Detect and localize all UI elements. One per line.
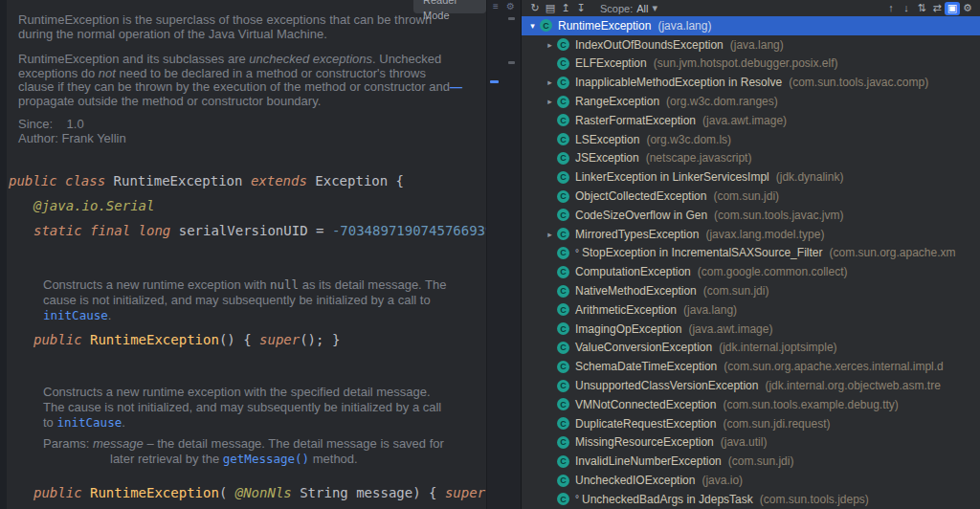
class-name: UnsupportedClassVersionException	[575, 379, 758, 392]
editor-content[interactable]: RuntimeException is the superclass of th…	[7, 0, 486, 509]
editor-settings-gear-icon[interactable]: ⚙	[506, 1, 515, 11]
tree-row[interactable]: CMissingResourceException(java.util)	[522, 433, 980, 453]
tree-row[interactable]: CLinkerException in LinkerServicesImpl(j…	[522, 167, 980, 187]
tree-row[interactable]: CDuplicateRequestException(com.sun.jdi.r…	[522, 414, 980, 433]
class-package: (com.google.common.collect)	[698, 265, 848, 278]
code-segment: method.	[309, 452, 358, 466]
error-stripe[interactable]: ≡ ⚙	[486, 0, 522, 509]
comment-line[interactable]: later retrieval by the getMessage() meth…	[7, 452, 486, 467]
sort-alphabetically-icon[interactable]: ⇅	[914, 2, 929, 15]
doc-line[interactable]: Since: 1.0	[7, 118, 486, 132]
comment-line[interactable]: to initCause.	[7, 415, 486, 431]
tree-row[interactable]: CVMNotConnectedException(com.sun.tools.e…	[522, 395, 980, 414]
tree-row[interactable]: CInvalidLineNumberException(com.sun.jdi)	[522, 452, 980, 471]
class-icon: C	[557, 114, 569, 126]
scope-value[interactable]: All	[636, 3, 648, 14]
tree-row[interactable]: CObjectCollectedException(com.sun.jdi)	[522, 187, 980, 206]
code-segment: String	[300, 485, 356, 500]
doc-link[interactable]: getMessage()	[223, 452, 309, 466]
tree-row[interactable]: CArithmeticException(java.lang)	[522, 300, 980, 320]
tree-row[interactable]: CJSException(netscape.javascript)	[522, 149, 980, 168]
class-hierarchy-icon[interactable]: ▤	[543, 2, 558, 15]
class-icon: C	[557, 322, 569, 335]
code-segment: extends	[251, 173, 315, 188]
doc-line[interactable]: exceptions do not need to be declared in…	[7, 67, 486, 81]
tree-row[interactable]: C°UncheckedBadArgs in JdepsTask(com.sun.…	[522, 490, 980, 509]
code-segment: exceptions do	[18, 67, 99, 80]
doc-line[interactable]: clause if they can be thrown by the exec…	[7, 80, 486, 95]
next-occurrence-icon[interactable]: ↓	[899, 1, 914, 14]
class-icon: C	[557, 398, 569, 410]
code-line[interactable]: public class RuntimeException extends Ex…	[7, 168, 486, 193]
class-icon: C	[557, 38, 569, 51]
chevron-down-icon[interactable]: ▾	[525, 21, 540, 31]
doc-link[interactable]: initCause	[43, 308, 108, 322]
doc-line[interactable]: RuntimeException and its subclasses are …	[7, 53, 486, 67]
tree-row[interactable]: CUncheckedIOException(java.io)	[522, 471, 980, 490]
scope-selector[interactable]: Scope: All ▾	[600, 2, 657, 14]
comment-line[interactable]: Constructs a new runtime exception with …	[7, 385, 486, 400]
settings-icon[interactable]: ⚙	[960, 2, 975, 15]
tree-row[interactable]: CCodeSizeOverflow in Gen(com.sun.tools.j…	[522, 206, 980, 225]
tree-row[interactable]: CLSException(org.w3c.dom.ls)	[522, 130, 980, 149]
supertypes-hierarchy-icon[interactable]: ↥	[558, 2, 573, 15]
toolbar-right-group: ↑↓⇅⇄▣⚙	[883, 1, 975, 15]
comment-line[interactable]: The cause is not initialized, and may su…	[7, 400, 486, 415]
tree-row[interactable]: ▸CMirroredTypesException(javax.lang.mode…	[522, 225, 980, 244]
tree-row[interactable]: CNativeMethodException(com.sun.jdi)	[522, 281, 980, 300]
previous-occurrence-icon[interactable]: ↑	[883, 1, 899, 14]
tree-row[interactable]: ▸CIndexOutOfBoundsException(java.lang)	[522, 35, 980, 55]
doc-link[interactable]: initCause	[56, 415, 122, 430]
class-icon: C	[557, 417, 569, 430]
tree-row[interactable]: C°StopException in IncrementalSAXSource_…	[522, 244, 980, 263]
code-segment: .	[122, 415, 125, 430]
chevron-right-icon[interactable]: ▸	[543, 97, 557, 106]
class-name: VMNotConnectedException	[575, 398, 716, 411]
code-line[interactable]: static final long serialVersionUID = -70…	[7, 218, 486, 243]
scroll-from-source-icon[interactable]: ▣	[945, 2, 960, 15]
subtypes-hierarchy-icon[interactable]: ↧	[573, 2, 589, 15]
doc-line[interactable]: RuntimeException is the superclass of th…	[7, 13, 486, 28]
stripe-mark	[508, 17, 515, 20]
export-icon[interactable]: ⇄	[929, 2, 945, 15]
tree-row[interactable]: ▾CRuntimeException(java.lang)	[522, 16, 980, 35]
class-name: ObjectCollectedException	[575, 189, 706, 203]
tree-row[interactable]: CUnsupportedClassVersionException(jdk.in…	[522, 376, 980, 395]
tree-row[interactable]: ▸CInapplicableMethodException in Resolve…	[522, 73, 980, 92]
chevron-right-icon[interactable]: ▸	[543, 230, 557, 239]
doc-line[interactable]: propagate outside the method or construc…	[7, 95, 486, 109]
tree-row[interactable]: CComputationException(com.google.common.…	[522, 262, 980, 281]
hierarchy-toolbar: ↻▤↥↧ Scope: All ▾ ↑↓⇅⇄▣⚙	[522, 0, 980, 16]
refresh-icon[interactable]: ↻	[527, 2, 543, 15]
class-name: RuntimeException	[558, 19, 651, 33]
inspections-widget-icon[interactable]: ≡	[493, 1, 499, 11]
tree-row[interactable]: CELFException(sun.jvm.hotspot.debugger.p…	[522, 55, 980, 74]
class-name: ArithmeticException	[575, 303, 677, 317]
code-segment: static final long	[33, 223, 179, 238]
code-editor[interactable]: RuntimeException is the superclass of th…	[0, 0, 486, 509]
tree-row[interactable]: CRasterFormatException(java.awt.image)	[522, 111, 980, 130]
tree-row[interactable]: CSchemaDateTimeException(com.sun.org.apa…	[522, 357, 980, 376]
tree-row[interactable]: CValueConversionException(jdk.internal.j…	[522, 339, 980, 358]
code-segment: unchecked exceptions	[249, 53, 372, 66]
code-segment: @java.io.Serial	[33, 198, 154, 213]
code-line[interactable]: public RuntimeException( @NonNls String …	[7, 480, 486, 505]
tree-row[interactable]: CImagingOpException(java.awt.image)	[522, 320, 980, 339]
code-segment: . Unchecked	[372, 53, 441, 66]
tree-row[interactable]: ▸CRangeException(org.w3c.dom.ranges)	[522, 92, 980, 111]
doc-line[interactable]: during the normal operation of the Java …	[7, 28, 486, 42]
class-name: ValueConversionException	[575, 341, 712, 354]
chevron-right-icon[interactable]: ▸	[543, 40, 557, 50]
class-name: UncheckedIOException	[575, 474, 695, 487]
chevron-right-icon[interactable]: ▸	[543, 77, 557, 87]
comment-line[interactable]: Constructs a new runtime exception with …	[7, 277, 486, 293]
comment-line[interactable]: Params: message – the detail message. Th…	[7, 436, 486, 452]
code-line[interactable]: public RuntimeException() { super(); }	[7, 327, 486, 352]
code-line[interactable]: @java.io.Serial	[7, 193, 486, 218]
reader-mode-chip[interactable]: Reader Mode	[413, 0, 486, 13]
comment-line[interactable]: cause is not initialized, and may subseq…	[7, 293, 486, 308]
class-name: InvalidLineNumberException	[575, 454, 722, 468]
doc-line[interactable]: Author: Frank Yellin	[7, 132, 486, 146]
code-segment: super	[259, 332, 300, 347]
comment-line[interactable]: initCause.	[7, 308, 486, 323]
